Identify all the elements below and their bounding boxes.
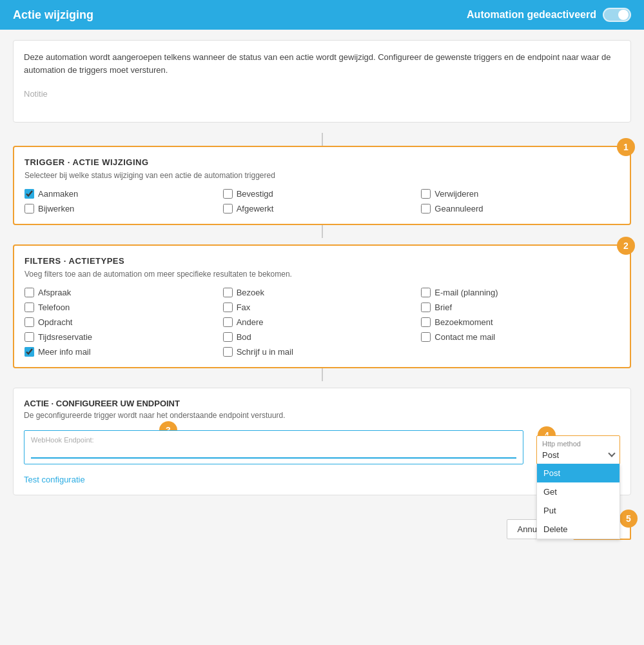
trigger-geannuleerd-label: Geannuleerd (434, 204, 483, 213)
trigger-afgewerkt-label: Afgewerkt (237, 204, 274, 213)
trigger-verwijderen[interactable]: Verwijderen (421, 189, 620, 199)
filter-schrijf-u-in-mail-checkbox[interactable] (223, 347, 233, 357)
trigger-bevestigd-checkbox[interactable] (223, 189, 233, 199)
filter-bod[interactable]: Bod (223, 332, 422, 342)
connector-line-3 (322, 368, 323, 381)
filter-schrijf-u-in-mail[interactable]: Schrijf u in mail (223, 347, 422, 357)
filter-bezoek-checkbox[interactable] (223, 288, 233, 297)
trigger-aanmaken-label: Aanmaken (38, 189, 78, 199)
filter-contact-me-mail[interactable]: Contact me mail (421, 332, 620, 342)
automation-toggle[interactable] (603, 8, 631, 22)
dropdown-item-post[interactable]: Post (537, 464, 620, 482)
trigger-bevestigd[interactable]: Bevestigd (223, 189, 422, 199)
filter-andere-checkbox[interactable] (223, 317, 233, 327)
filter-brief[interactable]: Brief (421, 303, 620, 312)
filter-brief-label: Brief (434, 303, 452, 312)
page-title: Actie wijziging (13, 8, 93, 22)
filter-contact-me-mail-label: Contact me mail (434, 332, 495, 342)
filters-subtitle: Voeg filters toe aan de automation om me… (24, 270, 620, 279)
endpoint-underline (31, 457, 516, 459)
filter-afspraak-label: Afspraak (38, 288, 71, 297)
connector-line-2 (322, 225, 323, 238)
trigger-checkbox-grid: Aanmaken Bevestigd Verwijderen Bijwerken… (24, 189, 620, 213)
trigger-verwijderen-checkbox[interactable] (421, 189, 431, 199)
filter-contact-me-mail-checkbox[interactable] (421, 332, 431, 342)
filter-bezoek-label: Bezoek (237, 288, 264, 297)
filter-fax[interactable]: Fax (223, 303, 422, 312)
http-method-wrap: Http method Post Post Get Put Delete (536, 435, 620, 464)
filter-tijdsreservatie-label: Tijdsreservatie (38, 332, 92, 342)
filter-email-planning[interactable]: E-mail (planning) (421, 288, 620, 297)
endpoint-input-wrap: WebHook Endpoint: (24, 430, 523, 464)
trigger-bevestigd-label: Bevestigd (237, 189, 273, 199)
filter-fax-label: Fax (237, 303, 251, 312)
description-text: Deze automation wordt aangeroepen telken… (24, 51, 620, 76)
trigger-subtitle: Selecteer bij welke status wijziging van… (24, 171, 620, 180)
http-method-selected[interactable]: Post (542, 450, 614, 460)
filters-title: FILTERS · ACTIETYPES (24, 256, 620, 266)
trigger-aanmaken[interactable]: Aanmaken (24, 189, 223, 199)
trigger-bijwerken[interactable]: Bijwerken (24, 204, 223, 213)
filter-opdracht-checkbox[interactable] (24, 317, 34, 327)
filter-brief-checkbox[interactable] (421, 303, 431, 312)
endpoint-input[interactable] (31, 446, 516, 456)
note-placeholder: Notitie (24, 84, 620, 112)
trigger-geannuleerd-checkbox[interactable] (421, 204, 431, 213)
endpoint-input-container: 3 WebHook Endpoint: (24, 430, 523, 464)
header-right: Automation gedeactiveerd (467, 8, 631, 22)
filter-fax-checkbox[interactable] (223, 303, 233, 312)
filter-andere[interactable]: Andere (223, 317, 422, 327)
filter-telefoon-checkbox[interactable] (24, 303, 34, 312)
trigger-verwijderen-label: Verwijderen (434, 189, 478, 199)
filter-bezoekmoment[interactable]: Bezoekmoment (421, 317, 620, 327)
dropdown-item-put[interactable]: Put (537, 501, 620, 520)
filter-opdracht[interactable]: Opdracht (24, 317, 223, 327)
filter-bezoekmoment-checkbox[interactable] (421, 317, 431, 327)
filter-bod-checkbox[interactable] (223, 332, 233, 342)
trigger-geannuleerd[interactable]: Geannuleerd (421, 204, 620, 213)
step-number-2: 2 (617, 237, 635, 255)
filter-email-planning-label: E-mail (planning) (434, 288, 498, 297)
filter-telefoon-label: Telefoon (38, 303, 70, 312)
dropdown-item-delete[interactable]: Delete (537, 520, 620, 539)
filter-meer-info-mail-checkbox[interactable] (24, 347, 34, 357)
filter-andere-label: Andere (237, 317, 264, 327)
page-header: Actie wijziging Automation gedeactiveerd (0, 0, 644, 30)
http-method-value: Post (542, 450, 559, 460)
connector-3 (0, 368, 644, 381)
filter-afspraak[interactable]: Afspraak (24, 288, 223, 297)
action-section: ACTIE · CONFIGUREER UW ENDPOINT De gecon… (13, 388, 631, 495)
trigger-aanmaken-checkbox[interactable] (24, 189, 34, 199)
automation-status-label: Automation gedeactiveerd (467, 9, 596, 21)
dropdown-item-get[interactable]: Get (537, 482, 620, 501)
test-config-link[interactable]: Test configuratie (24, 475, 85, 484)
trigger-bijwerken-label: Bijwerken (38, 204, 74, 213)
http-method-container: 4 Http method Post Post Get Put Delete (536, 435, 620, 464)
http-method-dropdown: Post Get Put Delete (536, 464, 620, 539)
trigger-section: 1 TRIGGER · ACTIE WIJZIGING Selecteer bi… (13, 146, 631, 225)
filter-tijdsreservatie-checkbox[interactable] (24, 332, 34, 342)
filter-tijdsreservatie[interactable]: Tijdsreservatie (24, 332, 223, 342)
filter-telefoon[interactable]: Telefoon (24, 303, 223, 312)
step-number-5: 5 (620, 510, 638, 528)
filter-meer-info-mail[interactable]: Meer info mail (24, 347, 223, 357)
connector-1 (0, 133, 644, 146)
description-card: Deze automation wordt aangeroepen telken… (13, 40, 631, 123)
dropdown-arrow-icon (609, 450, 614, 460)
filter-email-planning-checkbox[interactable] (421, 288, 431, 297)
filter-meer-info-mail-label: Meer info mail (38, 347, 91, 357)
step-number-1: 1 (617, 138, 635, 156)
endpoint-row: 3 WebHook Endpoint: 4 Http method Post P… (24, 430, 620, 464)
filter-bezoek[interactable]: Bezoek (223, 288, 422, 297)
trigger-bijwerken-checkbox[interactable] (24, 204, 34, 213)
filter-afspraak-checkbox[interactable] (24, 288, 34, 297)
filter-bezoekmoment-label: Bezoekmoment (434, 317, 493, 327)
action-subtitle: De geconfigureerde trigger wordt naar he… (24, 411, 620, 420)
action-title: ACTIE · CONFIGUREER UW ENDPOINT (24, 399, 620, 408)
filter-bod-label: Bod (237, 332, 251, 342)
trigger-afgewerkt-checkbox[interactable] (223, 204, 233, 213)
filters-checkbox-grid: Afspraak Bezoek E-mail (planning) Telefo… (24, 288, 620, 357)
connector-line-1 (322, 133, 323, 146)
http-method-label: Http method (542, 440, 614, 448)
trigger-afgewerkt[interactable]: Afgewerkt (223, 204, 422, 213)
